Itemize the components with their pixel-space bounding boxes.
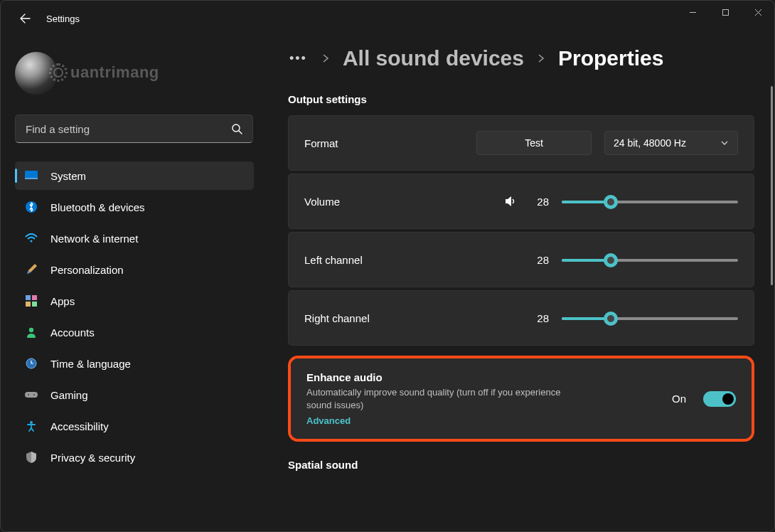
sidebar-item-privacy[interactable]: Privacy & security (15, 443, 254, 472)
row-enhance-audio[interactable]: Enhance audio Automatically improve soun… (291, 358, 752, 439)
accessibility-icon (25, 420, 38, 432)
sidebar-item-label: Time & language (50, 358, 131, 370)
svg-point-1 (232, 124, 240, 132)
sidebar-item-system[interactable]: System (15, 161, 254, 190)
right-value: 28 (530, 312, 549, 324)
svg-rect-7 (32, 295, 37, 300)
gear-icon (49, 63, 68, 82)
format-dropdown[interactable]: 24 bit, 48000 Hz (604, 131, 738, 155)
page-title: Properties (558, 46, 663, 70)
enhance-description: Automatically improve sound quality (tur… (306, 386, 577, 411)
enhance-audio-highlight: Enhance audio Automatically improve soun… (288, 356, 754, 442)
profile-area[interactable]: uantrimang (15, 52, 254, 95)
minimize-button[interactable] (676, 1, 709, 23)
sidebar: uantrimang System Bluetooth & devices Ne… (1, 36, 260, 531)
svg-rect-3 (25, 178, 38, 179)
sidebar-item-bluetooth[interactable]: Bluetooth & devices (15, 193, 254, 221)
svg-rect-9 (32, 302, 37, 307)
search-input[interactable] (26, 123, 224, 135)
enhance-advanced-link[interactable]: Advanced (306, 415, 658, 426)
sidebar-item-time[interactable]: Time & language (15, 349, 254, 378)
left-value: 28 (530, 254, 549, 266)
svg-rect-8 (26, 302, 31, 307)
section-title-spatial: Spatial sound (288, 459, 754, 471)
sidebar-item-label: System (50, 170, 86, 182)
search-icon (231, 123, 242, 134)
maximize-button[interactable] (709, 1, 742, 23)
chevron-right-icon (321, 54, 330, 63)
breadcrumb-link-all-sound-devices[interactable]: All sound devices (343, 46, 524, 70)
dropdown-value: 24 bit, 48000 Hz (614, 137, 686, 149)
paintbrush-icon (25, 263, 38, 276)
shield-icon (25, 451, 38, 464)
sidebar-item-label: Personalization (50, 264, 124, 276)
search-box[interactable] (15, 115, 253, 143)
titlebar: Settings (1, 1, 774, 36)
speaker-icon[interactable] (503, 194, 518, 208)
enhance-title: Enhance audio (306, 371, 658, 383)
window-controls (676, 1, 774, 23)
gamepad-icon (25, 388, 38, 401)
nav-list: System Bluetooth & devices Network & int… (15, 161, 254, 472)
back-button[interactable] (16, 10, 33, 27)
main-content: ••• All sound devices Properties Output … (260, 36, 774, 531)
left-slider[interactable] (562, 252, 738, 267)
svg-rect-0 (722, 9, 728, 15)
sidebar-item-accessibility[interactable]: Accessibility (15, 412, 254, 440)
sidebar-item-label: Apps (50, 295, 75, 307)
section-title-output: Output settings (288, 93, 754, 105)
watermark-text: uantrimang (70, 63, 159, 82)
breadcrumb-overflow[interactable]: ••• (288, 48, 309, 69)
row-label: Left channel (304, 254, 363, 266)
row-label: Volume (304, 196, 340, 208)
right-slider[interactable] (562, 311, 738, 325)
close-button[interactable] (742, 1, 774, 23)
svg-point-10 (29, 328, 33, 332)
enhance-toggle[interactable] (703, 391, 736, 407)
row-right-channel: Right channel 28 (288, 290, 754, 346)
scrollbar[interactable] (771, 86, 773, 285)
wifi-icon (25, 232, 38, 245)
svg-point-16 (30, 421, 33, 424)
clock-globe-icon (25, 357, 38, 370)
monitor-icon (25, 169, 38, 182)
volume-value: 28 (530, 196, 549, 208)
sidebar-item-apps[interactable]: Apps (15, 287, 254, 315)
bluetooth-icon (25, 201, 38, 213)
row-left-channel: Left channel 28 (288, 232, 754, 287)
sidebar-item-network[interactable]: Network & internet (15, 224, 254, 252)
sidebar-item-accounts[interactable]: Accounts (15, 318, 254, 346)
sidebar-item-label: Accounts (50, 326, 95, 339)
svg-rect-6 (26, 295, 31, 300)
svg-point-14 (28, 394, 29, 395)
sidebar-item-gaming[interactable]: Gaming (15, 381, 254, 409)
svg-point-15 (33, 394, 35, 395)
test-button[interactable]: Test (476, 131, 592, 155)
person-icon (25, 326, 38, 339)
volume-slider[interactable] (562, 194, 738, 208)
chevron-right-icon (537, 54, 545, 63)
svg-rect-13 (25, 392, 38, 398)
sidebar-item-label: Bluetooth & devices (50, 201, 145, 213)
svg-point-5 (31, 240, 33, 243)
row-volume: Volume 28 (288, 174, 754, 229)
sidebar-item-label: Privacy & security (50, 452, 135, 464)
app-title: Settings (46, 14, 80, 24)
sidebar-item-label: Network & internet (50, 233, 138, 245)
toggle-state-label: On (672, 393, 686, 405)
row-format: Format Test 24 bit, 48000 Hz (288, 115, 754, 171)
row-label: Format (304, 137, 338, 149)
row-label: Right channel (304, 312, 370, 324)
apps-icon (25, 294, 38, 307)
sidebar-item-personalization[interactable]: Personalization (15, 255, 254, 284)
chevron-down-icon (720, 139, 729, 147)
sidebar-item-label: Gaming (50, 389, 88, 401)
watermark: uantrimang (49, 63, 159, 82)
sidebar-item-label: Accessibility (50, 420, 109, 432)
breadcrumb: ••• All sound devices Properties (288, 46, 754, 70)
